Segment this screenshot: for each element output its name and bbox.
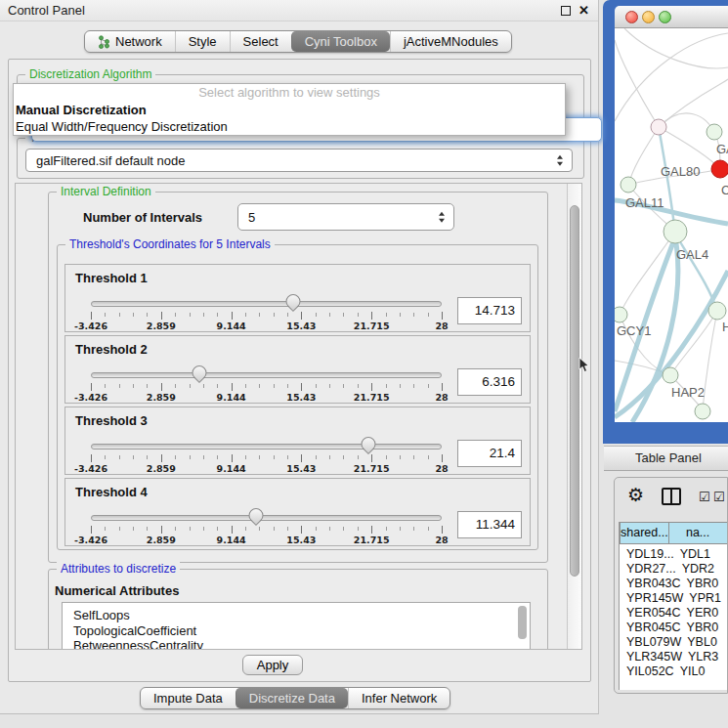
column-header-name[interactable]: na... — [669, 522, 727, 544]
algorithm-option[interactable]: Equal Width/Frequency Discretization — [14, 118, 565, 135]
numerical-attributes-title: Numerical Attributes — [55, 583, 179, 598]
cyni-content-panel: Discretization Algorithm Select algorith… — [8, 59, 591, 682]
threshold-box: Threshold 2 -3.4262.8599.14415.4321.7152… — [64, 335, 531, 404]
spinner-arrows-icon — [439, 212, 445, 223]
number-of-intervals-value: 5 — [248, 210, 255, 225]
threshold-label: Threshold 3 — [75, 413, 148, 428]
table-row[interactable]: YDR27...YDR2 — [620, 562, 727, 577]
threshold-value-box[interactable]: 11.344 — [457, 511, 522, 538]
table-row[interactable]: YBR045CYBR0 — [620, 621, 727, 635]
table-row[interactable]: YDL19...YDL1 — [620, 547, 727, 562]
table-cell: YBL0 — [681, 635, 727, 650]
table-cell: YDL1 — [674, 547, 727, 562]
slider-thumb[interactable] — [358, 434, 378, 454]
table-panel-titlebar[interactable]: Table Panel — [604, 446, 728, 471]
zoom-traffic-light[interactable] — [659, 11, 671, 23]
slider-major-ticks — [91, 383, 444, 391]
table-cell: YIL052C — [620, 664, 674, 679]
tab-network[interactable]: Network — [85, 31, 175, 52]
table-cell: YBL079W — [620, 635, 681, 650]
node-bottom[interactable] — [695, 404, 710, 419]
cyni-mode-tabbar: Impute Data Discretize Data Infer Networ… — [140, 687, 450, 709]
threshold-slider[interactable] — [91, 292, 442, 314]
network-window-titlebar[interactable] — [615, 6, 728, 28]
node-label: GA — [716, 142, 728, 156]
vertical-scrollbar-thumb[interactable] — [570, 205, 579, 577]
tab-label: jActiveMNodules — [404, 34, 498, 49]
checkbox-icon[interactable]: ☑ — [713, 490, 725, 504]
table-cell: YLR3 — [682, 650, 727, 664]
network-canvas[interactable]: GAL80 GA C GAL11 GAL4 GCY1 H HAP2 — [615, 28, 728, 422]
node-top-right[interactable] — [707, 124, 722, 140]
tab-impute-data[interactable]: Impute Data — [141, 688, 236, 708]
node-label: C — [721, 183, 728, 197]
slider-tick-labels: -3.4262.8599.14415.4321.71528 — [91, 321, 442, 331]
attributes-group: Attributes to discretize Numerical Attri… — [48, 569, 548, 650]
gear-icon[interactable]: ⚙ — [627, 484, 644, 506]
slider-tick-labels: -3.4262.8599.14415.4321.71528 — [91, 463, 442, 474]
node-gal11[interactable] — [621, 177, 636, 193]
minimize-traffic-light[interactable] — [642, 11, 655, 23]
node-gal4[interactable] — [664, 220, 687, 243]
apply-button[interactable]: Apply — [242, 655, 303, 675]
table-cell: YER054C — [620, 606, 681, 621]
tab-jactivemnodules[interactable]: jActiveMNodules — [390, 31, 511, 52]
table-row[interactable]: YBL079WYBL0 — [620, 635, 727, 650]
list-scrollbar-thumb[interactable] — [518, 606, 527, 639]
tab-discretize-data[interactable]: Discretize Data — [236, 688, 348, 708]
table-cell: YPR1 — [683, 591, 727, 606]
control-panel-titlebar: Control Panel ✕ — [0, 0, 598, 21]
tab-cyni-toolbox[interactable]: Cyni Toolbox — [291, 31, 390, 52]
threshold-value-box[interactable]: 6.316 — [457, 368, 522, 396]
algorithm-option-list: Manual DiscretizationEqual Width/Frequen… — [14, 102, 565, 135]
slider-thumb[interactable] — [190, 363, 210, 383]
table-row[interactable]: YLR345WYLR3 — [620, 650, 727, 664]
interval-definition-group: Interval Definition Number of Intervals … — [48, 192, 548, 563]
threshold-label: Threshold 4 — [75, 485, 148, 499]
node-hap2[interactable] — [663, 367, 678, 383]
float-window-icon[interactable] — [561, 6, 571, 16]
threshold-slider[interactable] — [91, 435, 442, 456]
column-header-shared-name[interactable]: shared... — [620, 522, 669, 544]
tab-infer-network[interactable]: Infer Network — [348, 688, 450, 708]
mouse-cursor — [578, 357, 590, 374]
table-cell: YLR345W — [620, 650, 682, 664]
table-row[interactable]: YBR043CYBR0 — [620, 577, 727, 591]
slider-thumb[interactable] — [283, 291, 304, 312]
table-data-combobox[interactable]: galFiltered.sif default node — [25, 149, 573, 172]
tab-label: Select — [243, 34, 278, 49]
attribute-list-item[interactable]: TopologicalCoefficient — [63, 623, 530, 639]
threshold-list: Threshold 1 -3.4262.8599.14415.4321.7152… — [64, 264, 531, 549]
column-layout-icon[interactable] — [662, 488, 681, 505]
number-of-intervals-combobox[interactable]: 5 — [237, 203, 454, 231]
table-row[interactable]: YER054CYER0 — [620, 606, 727, 621]
attribute-list-item[interactable]: BetweennessCentrality — [63, 638, 530, 650]
algorithm-option[interactable]: Manual Discretization — [14, 102, 565, 118]
threshold-value-box[interactable]: 14.713 — [457, 297, 522, 324]
threshold-value-box[interactable]: 21.4 — [457, 440, 522, 467]
vertical-scrollbar[interactable] — [567, 184, 581, 649]
node-h[interactable] — [708, 302, 726, 320]
group-label: Interval Definition — [57, 185, 155, 199]
numerical-attributes-list[interactable]: SelfLoopsTopologicalCoefficientBetweenne… — [62, 602, 531, 650]
table-row[interactable]: YPR145WYPR1 — [620, 591, 727, 606]
tab-style[interactable]: Style — [175, 31, 230, 52]
node-gcy1[interactable] — [615, 307, 627, 322]
table-row[interactable]: YIL052CYIL0 — [620, 664, 727, 679]
close-panel-icon[interactable]: ✕ — [578, 3, 589, 18]
threshold-slider[interactable] — [91, 506, 442, 528]
attribute-list-item[interactable]: SelfLoops — [63, 608, 530, 623]
node-red[interactable] — [711, 160, 728, 178]
node-gal80[interactable] — [651, 119, 666, 135]
algorithm-dropdown-popup: Select algorithm to view settings Manual… — [13, 83, 566, 136]
spinner-arrows-icon — [557, 155, 563, 166]
threshold-box: Threshold 1 -3.4262.8599.14415.4321.7152… — [64, 264, 531, 332]
threshold-slider[interactable] — [91, 364, 442, 385]
node-table: shared... na... YDL19...YDL1YDR27...YDR2… — [619, 522, 727, 690]
close-traffic-light[interactable] — [625, 11, 638, 23]
table-cell: YBR0 — [681, 577, 727, 591]
checkbox-icon[interactable]: ☑ — [699, 490, 710, 504]
tab-select[interactable]: Select — [230, 31, 291, 52]
table-cell: YDR2 — [676, 562, 727, 577]
slider-thumb[interactable] — [245, 505, 266, 526]
